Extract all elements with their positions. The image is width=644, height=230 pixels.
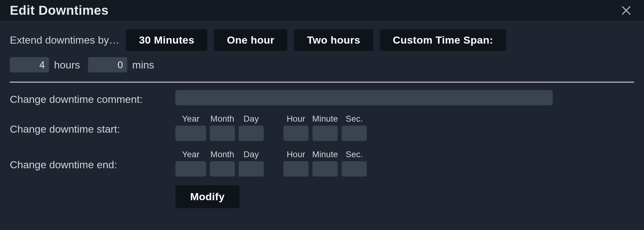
- dialog-title: Edit Downtimes: [10, 3, 109, 18]
- end-month-col: Month: [210, 150, 235, 177]
- year-header: Year: [182, 114, 200, 124]
- start-row: Change downtime start: Year Month Day Ho…: [10, 114, 634, 141]
- start-year-col: Year: [175, 114, 206, 141]
- custom-hours-input[interactable]: [10, 57, 49, 72]
- extend-label: Extend downtimes by…: [10, 34, 119, 46]
- hour-header: Hour: [287, 114, 305, 124]
- year-header-2: Year: [182, 150, 200, 159]
- end-datetime-group: Year Month Day Hour Minute: [175, 150, 367, 177]
- start-datetime-group: Year Month Day Hour Minute: [175, 114, 367, 141]
- submit-row: Modify: [10, 185, 634, 208]
- close-icon[interactable]: [618, 5, 634, 16]
- comment-label: Change downtime comment:: [10, 90, 175, 105]
- custom-timespan-row: hours mins: [10, 57, 634, 72]
- comment-input[interactable]: [175, 90, 553, 105]
- start-minute-input[interactable]: [312, 126, 338, 141]
- end-year-col: Year: [175, 150, 206, 177]
- end-row: Change downtime end: Year Month Day Hour: [10, 150, 634, 177]
- start-sec-col: Sec.: [342, 114, 367, 141]
- start-label: Change downtime start:: [10, 120, 175, 135]
- sec-header-2: Sec.: [346, 150, 363, 159]
- end-sec-input[interactable]: [342, 161, 367, 177]
- modify-button[interactable]: Modify: [175, 185, 240, 208]
- end-label: Change downtime end:: [10, 156, 175, 171]
- extend-30min-button[interactable]: 30 Minutes: [126, 29, 207, 51]
- section-divider: [10, 82, 634, 83]
- day-header-2: Day: [243, 150, 259, 159]
- custom-hours-unit: hours: [54, 59, 80, 71]
- end-hour-col: Hour: [283, 150, 309, 177]
- dialog-body: Extend downtimes by… 30 Minutes One hour…: [0, 21, 644, 217]
- extend-custom-button[interactable]: Custom Time Span:: [380, 29, 506, 51]
- start-hour-input[interactable]: [283, 126, 309, 141]
- hour-header-2: Hour: [287, 150, 305, 159]
- end-sec-col: Sec.: [342, 150, 367, 177]
- comment-row: Change downtime comment:: [10, 90, 634, 105]
- end-gap: [267, 150, 280, 177]
- custom-mins-input[interactable]: [88, 57, 127, 72]
- end-month-input[interactable]: [210, 161, 235, 177]
- start-year-input[interactable]: [175, 126, 206, 141]
- start-minute-col: Minute: [312, 114, 338, 141]
- start-gap: [267, 114, 280, 141]
- day-header: Day: [243, 114, 259, 124]
- dialog-titlebar: Edit Downtimes: [0, 0, 644, 21]
- end-hour-input[interactable]: [283, 161, 309, 177]
- extend-onehour-button[interactable]: One hour: [214, 29, 287, 51]
- extend-twohours-button[interactable]: Two hours: [294, 29, 373, 51]
- start-day-col: Day: [239, 114, 264, 141]
- end-day-input[interactable]: [239, 161, 264, 177]
- minute-header: Minute: [312, 114, 338, 124]
- start-hour-col: Hour: [283, 114, 309, 141]
- month-header: Month: [210, 114, 234, 124]
- end-day-col: Day: [239, 150, 264, 177]
- custom-mins-unit: mins: [132, 59, 154, 71]
- start-month-col: Month: [210, 114, 235, 141]
- end-minute-input[interactable]: [312, 161, 338, 177]
- start-day-input[interactable]: [239, 126, 264, 141]
- start-month-input[interactable]: [210, 126, 235, 141]
- extend-row: Extend downtimes by… 30 Minutes One hour…: [10, 29, 634, 51]
- end-year-input[interactable]: [175, 161, 206, 177]
- end-minute-col: Minute: [312, 150, 338, 177]
- minute-header-2: Minute: [312, 150, 338, 159]
- start-sec-input[interactable]: [342, 126, 367, 141]
- edit-downtimes-dialog: Edit Downtimes Extend downtimes by… 30 M…: [0, 0, 644, 217]
- sec-header: Sec.: [346, 114, 363, 124]
- month-header-2: Month: [210, 150, 234, 159]
